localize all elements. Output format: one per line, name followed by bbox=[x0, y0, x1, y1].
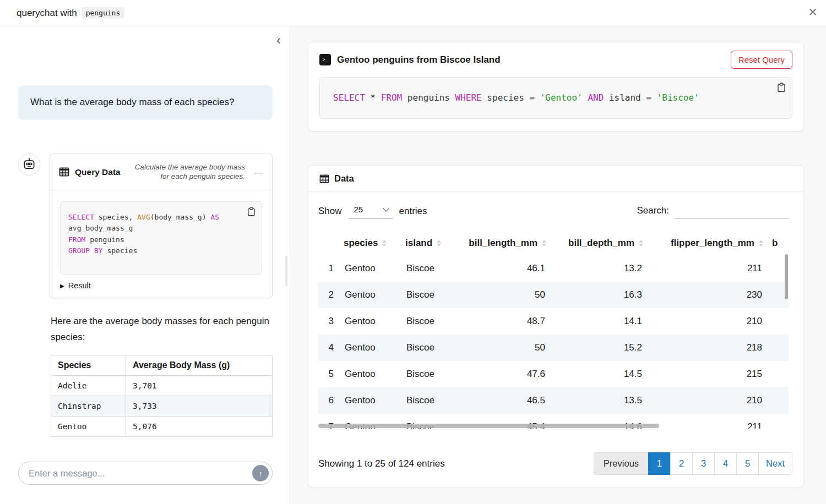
sql-token: 'Gentoo' bbox=[540, 92, 583, 103]
table-cell bbox=[768, 308, 789, 335]
pagination: Previous12345Next bbox=[594, 452, 792, 475]
vertical-scrollbar[interactable] bbox=[785, 254, 788, 299]
user-message-bubble: What is the average body mass of each sp… bbox=[18, 85, 273, 120]
result-table-head-row: SpeciesAverage Body Mass (g) bbox=[51, 355, 273, 376]
table-cell: 230 bbox=[648, 282, 768, 308]
show-label: Show bbox=[318, 206, 342, 217]
copy-icon[interactable] bbox=[777, 83, 786, 92]
table-row: 2GentooBiscoe5016.3230 bbox=[318, 282, 789, 308]
sql-token: FROM bbox=[381, 92, 403, 103]
sql-token: island = bbox=[604, 92, 656, 103]
send-button[interactable]: ↑ bbox=[252, 465, 269, 481]
result-cell: 3,701 bbox=[126, 376, 273, 396]
table-cell: Biscoe bbox=[401, 308, 452, 335]
search-input[interactable] bbox=[675, 204, 789, 218]
table-cell bbox=[768, 335, 789, 361]
page-button-3[interactable]: 3 bbox=[692, 452, 715, 475]
sql-token: species, bbox=[94, 213, 137, 221]
collapse-tool-icon[interactable]: — bbox=[255, 167, 263, 177]
reset-query-button[interactable]: Reset Query bbox=[731, 51, 792, 69]
tool-card-body: SELECT species, AVG(body_mass_g) ASavg_b… bbox=[50, 190, 272, 298]
column-header-island[interactable]: island bbox=[401, 231, 452, 255]
column-label: bill_depth_mm bbox=[568, 238, 634, 248]
column-header-flipper_length_mm[interactable]: flipper_length_mm bbox=[648, 231, 768, 255]
table-cell: Gentoo bbox=[339, 387, 401, 414]
sql-line: SELECT species, AVG(body_mass_g) AS bbox=[68, 212, 254, 223]
sql-token: 'Biscoe' bbox=[657, 92, 699, 103]
table-cell: 211 bbox=[648, 255, 768, 282]
table-cell: Biscoe bbox=[401, 255, 452, 282]
page-button-4[interactable]: 4 bbox=[714, 452, 737, 475]
collapse-sidebar-icon[interactable]: ‹ bbox=[276, 33, 281, 48]
table-cell: 210 bbox=[648, 387, 768, 414]
sql-token: GROUP BY bbox=[68, 246, 103, 255]
result-summary-table: SpeciesAverage Body Mass (g) Adelie3,701… bbox=[51, 355, 273, 437]
page-size-value: 25 bbox=[354, 205, 363, 214]
data-card-title: Data bbox=[334, 173, 354, 184]
page-size-group: Show 25 entries bbox=[318, 204, 427, 218]
column-header-b: b bbox=[768, 231, 789, 255]
message-input[interactable] bbox=[29, 468, 252, 479]
row-index: 1 bbox=[318, 255, 339, 282]
sql-token: FROM bbox=[68, 235, 85, 244]
result-cell: Chinstrap bbox=[51, 396, 126, 417]
page-button-5[interactable]: 5 bbox=[736, 452, 759, 475]
table-row: 5GentooBiscoe47.614.5215 bbox=[318, 361, 789, 387]
column-label: flipper_length_mm bbox=[671, 238, 754, 248]
result-toggle[interactable]: ▶ Result bbox=[60, 281, 262, 290]
result-table-row: Chinstrap3,733 bbox=[51, 396, 273, 417]
data-table-header-row: speciesislandbill_length_mmbill_depth_mm… bbox=[318, 231, 789, 255]
sql-token: SELECT bbox=[333, 92, 365, 103]
search-label: Search: bbox=[637, 205, 669, 216]
column-header-bill_length_mm[interactable]: bill_length_mm bbox=[452, 231, 551, 255]
column-header-species[interactable]: species bbox=[339, 231, 401, 255]
table-cell: Gentoo bbox=[339, 361, 401, 387]
data-table-body: 1GentooBiscoe46.113.22112GentooBiscoe501… bbox=[318, 255, 789, 429]
search-group: Search: bbox=[637, 204, 789, 218]
table-cell: 210 bbox=[648, 308, 768, 335]
data-card-header: Data bbox=[308, 166, 803, 192]
sql-token: WHERE bbox=[455, 92, 482, 103]
close-icon[interactable]: × bbox=[808, 2, 817, 22]
table-cell: 218 bbox=[648, 335, 768, 361]
panel-resize-handle[interactable] bbox=[285, 256, 287, 286]
column-label: bill_length_mm bbox=[469, 238, 537, 248]
result-table-row: Adelie3,701 bbox=[51, 376, 273, 396]
row-index: 2 bbox=[318, 282, 339, 308]
sql-token: * bbox=[365, 92, 381, 103]
column-header-bill_depth_mm[interactable]: bill_depth_mm bbox=[551, 231, 648, 255]
main-sql-code-block: SELECT * FROM penguins WHERE species = '… bbox=[319, 77, 792, 119]
result-table-row: Gentoo5,076 bbox=[51, 417, 273, 437]
result-column-header: Species bbox=[51, 355, 126, 376]
terminal-icon: >_ bbox=[319, 54, 331, 65]
page-button-1[interactable]: 1 bbox=[648, 452, 671, 475]
page-size-select[interactable]: 25 bbox=[349, 204, 393, 218]
sql-token bbox=[583, 92, 588, 103]
query-card-header: >_ Gentoo penguins from Biscoe Island Re… bbox=[308, 42, 803, 77]
table-cell: Biscoe bbox=[401, 361, 452, 387]
page-button-2[interactable]: 2 bbox=[670, 452, 693, 475]
app-title: querychat with bbox=[17, 8, 77, 19]
sql-line: GROUP BY species bbox=[68, 245, 254, 256]
current-query-card: >_ Gentoo penguins from Biscoe Island Re… bbox=[308, 42, 804, 132]
result-toggle-label: Result bbox=[68, 281, 91, 290]
result-column-header: Average Body Mass (g) bbox=[126, 355, 273, 376]
table-cell: 48.7 bbox=[452, 308, 551, 335]
copy-icon[interactable] bbox=[247, 207, 256, 216]
chat-panel: ‹ What is the average body mass of each … bbox=[0, 26, 290, 504]
result-cell: 3,733 bbox=[126, 396, 273, 417]
table-footer: Showing 1 to 25 of 124 entries Previous1… bbox=[318, 452, 792, 475]
sql-token: penguins bbox=[402, 92, 455, 103]
row-index: 5 bbox=[318, 361, 339, 387]
horizontal-scrollbar[interactable] bbox=[318, 424, 659, 428]
data-card: Data Show 25 entries Search: bbox=[308, 165, 804, 487]
table-cell: 15.2 bbox=[551, 335, 648, 361]
table-cell: Gentoo bbox=[339, 255, 401, 282]
table-icon bbox=[59, 167, 69, 177]
entries-info: Showing 1 to 25 of 124 entries bbox=[318, 458, 445, 469]
page-button-previous[interactable]: Previous bbox=[594, 452, 649, 475]
page-button-next[interactable]: Next bbox=[758, 452, 792, 475]
bot-answer-text: Here are the average body masses for eac… bbox=[51, 314, 273, 345]
table-row: 1GentooBiscoe46.113.2211 bbox=[318, 255, 789, 282]
chat-sql-code-block: SELECT species, AVG(body_mass_g) ASavg_b… bbox=[60, 201, 262, 275]
